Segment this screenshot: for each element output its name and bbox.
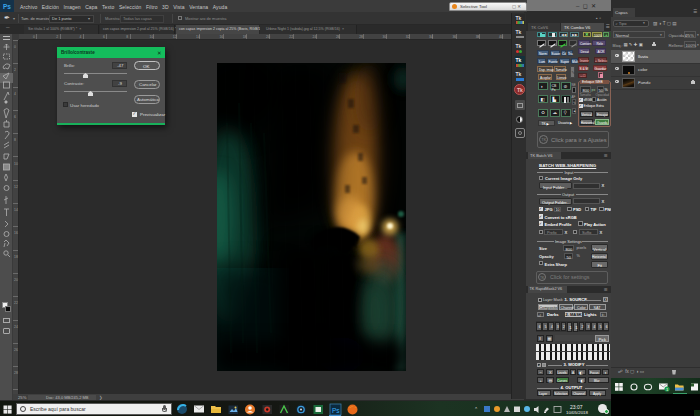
svg-text:2: 2 <box>14 68 16 72</box>
svg-text:8: 8 <box>14 138 16 142</box>
svg-text:2: 2 <box>56 35 58 39</box>
svg-text:28: 28 <box>14 371 18 375</box>
svg-text:30: 30 <box>383 35 387 39</box>
svg-text:34: 34 <box>429 35 433 39</box>
svg-text:Ps: Ps <box>332 407 340 414</box>
svg-text:12: 12 <box>14 185 18 189</box>
svg-text:18: 18 <box>243 35 247 39</box>
svg-text:12: 12 <box>173 35 177 39</box>
svg-text:26: 26 <box>336 35 340 39</box>
svg-text:4: 4 <box>80 35 82 39</box>
svg-text:16: 16 <box>14 231 18 235</box>
svg-text:4: 4 <box>14 92 16 96</box>
svg-text:20: 20 <box>14 278 18 282</box>
svg-text:0: 0 <box>33 35 35 39</box>
svg-text:0: 0 <box>14 45 16 49</box>
svg-text:22: 22 <box>289 35 293 39</box>
svg-text:16: 16 <box>219 35 223 39</box>
svg-text:24: 24 <box>14 325 18 329</box>
svg-text:24: 24 <box>313 35 317 39</box>
svg-text:10: 10 <box>150 35 154 39</box>
svg-text:8: 8 <box>126 35 128 39</box>
svg-text:28: 28 <box>359 35 363 39</box>
svg-text:32: 32 <box>406 35 410 39</box>
svg-text:38: 38 <box>476 35 480 39</box>
svg-text:18: 18 <box>14 255 18 259</box>
svg-text:36: 36 <box>452 35 456 39</box>
svg-text:14: 14 <box>14 208 18 212</box>
svg-text:10: 10 <box>14 162 18 166</box>
svg-text:6: 6 <box>103 35 105 39</box>
svg-text:6: 6 <box>14 115 16 119</box>
svg-text:26: 26 <box>14 348 18 352</box>
svg-text:14: 14 <box>196 35 200 39</box>
svg-text:22: 22 <box>14 301 18 305</box>
svg-text:20: 20 <box>266 35 270 39</box>
svg-text:40: 40 <box>499 35 503 39</box>
